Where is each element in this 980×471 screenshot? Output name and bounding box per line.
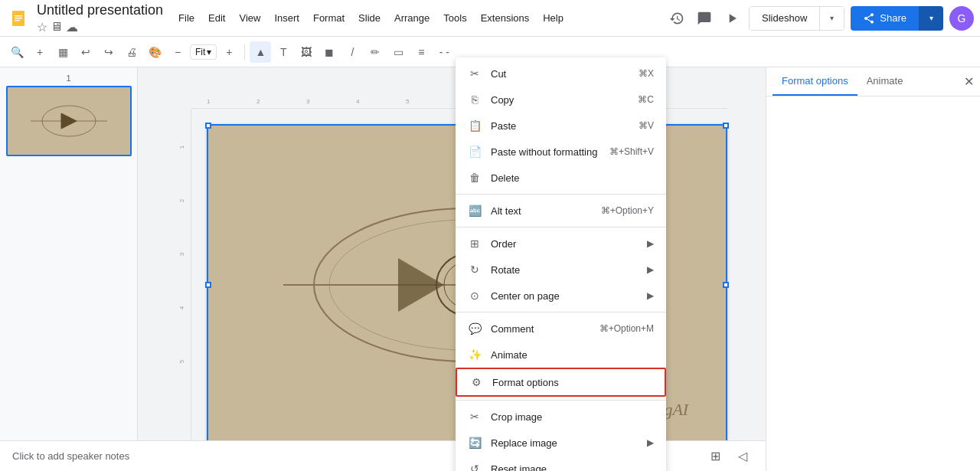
speaker-notes-placeholder[interactable]: Click to add speaker notes <box>12 450 129 462</box>
ctx-copy-shortcut: ⌘C <box>638 94 654 105</box>
border-weight-icon[interactable]: ≡ <box>410 41 432 63</box>
redo-icon[interactable]: ↪ <box>98 41 119 63</box>
ctx-cut[interactable]: ✂ Cut ⌘X <box>456 61 666 87</box>
canvas-area[interactable]: 1 2 3 4 5 6 7 8 9 1 2 3 4 5 <box>138 67 766 471</box>
menu-help[interactable]: Help <box>537 9 570 27</box>
ctx-replace-arrow: ▶ <box>647 437 654 448</box>
svg-text:4: 4 <box>356 98 360 105</box>
replace-icon: 🔄 <box>468 436 482 450</box>
grid-icon[interactable]: ▦ <box>52 41 74 63</box>
text-icon[interactable]: T <box>273 41 294 63</box>
panel-tabs: Format options Animate ✕ <box>766 67 980 96</box>
ctx-order[interactable]: ⊞ Order ▶ <box>456 231 666 257</box>
ctx-alt-text[interactable]: 🔤 Alt text ⌘+Option+Y <box>456 198 666 224</box>
menu-items: File Edit View Insert Format Slide Arran… <box>172 9 570 27</box>
undo-icon[interactable]: ↩ <box>75 41 96 63</box>
panel-close-button[interactable]: ✕ <box>964 67 974 96</box>
menu-slide[interactable]: Slide <box>352 9 387 27</box>
avatar[interactable]: G <box>949 6 974 31</box>
menu-view[interactable]: View <box>233 9 266 27</box>
ctx-alt-text-shortcut: ⌘+Option+Y <box>601 205 654 216</box>
slide-panel: 1 <box>0 67 138 471</box>
bottom-icons: ⊞ ◁ <box>704 446 753 467</box>
border-dash-icon[interactable]: - - <box>433 41 455 63</box>
border-icon[interactable]: ▭ <box>387 41 409 63</box>
menu-insert[interactable]: Insert <box>268 9 305 27</box>
menu-format[interactable]: Format <box>307 9 351 27</box>
menu-arrange[interactable]: Arrange <box>388 9 436 27</box>
slides-icon[interactable]: 🖥 <box>51 20 63 34</box>
title-icons: ☆ 🖥 ☁ <box>37 20 163 34</box>
menu-extensions[interactable]: Extensions <box>475 9 536 27</box>
svg-rect-3 <box>15 20 20 21</box>
slideshow-dropdown[interactable]: ▾ <box>819 7 844 30</box>
ctx-format-options-label: Format options <box>492 377 559 388</box>
grid-view-icon[interactable]: ⊞ <box>704 446 726 467</box>
share-dropdown[interactable]: ▾ <box>919 6 943 31</box>
delete-icon: 🗑 <box>468 171 482 185</box>
app-logo <box>6 6 31 31</box>
collapse-panel-icon[interactable]: ◁ <box>732 446 753 467</box>
share-label: Share <box>880 12 906 24</box>
ctx-animate[interactable]: ✨ Animate <box>456 342 666 368</box>
comment-ctx-icon: 💬 <box>468 322 482 335</box>
svg-text:5: 5 <box>406 98 410 105</box>
menu-tools[interactable]: Tools <box>437 9 472 27</box>
ctx-comment-shortcut: ⌘+Option+M <box>599 323 654 334</box>
ctx-center-arrow: ▶ <box>647 290 654 301</box>
ctx-comment[interactable]: 💬 Comment ⌘+Option+M <box>456 316 666 342</box>
add-slide-icon[interactable]: + <box>29 41 51 63</box>
history-icon[interactable] <box>666 8 688 29</box>
ctx-reset-label: Reset image <box>491 463 547 472</box>
ctx-delete[interactable]: 🗑 Delete <box>456 165 666 191</box>
ctx-replace-label: Replace image <box>491 437 557 449</box>
center-icon: ⊙ <box>468 289 482 303</box>
cloud-icon[interactable]: ☁ <box>66 20 78 34</box>
ctx-reset-image[interactable]: ↺ Reset image <box>456 456 666 471</box>
ctx-cut-label: Cut <box>491 68 506 80</box>
svg-rect-1 <box>15 15 22 17</box>
ctx-paste[interactable]: 📋 Paste ⌘V <box>456 113 666 139</box>
ctx-paste-shortcut: ⌘V <box>639 120 654 131</box>
ctx-divider-3 <box>456 312 666 312</box>
toolbar-right: Slideshow ▾ Share ▾ G <box>666 6 974 31</box>
menu-edit[interactable]: Edit <box>202 9 231 27</box>
image-icon[interactable]: 🖼 <box>296 41 317 63</box>
slideshow-main-button[interactable]: Slideshow <box>750 7 819 30</box>
ctx-crop-label: Crop image <box>491 411 542 423</box>
paint-format-icon[interactable]: 🎨 <box>144 41 165 63</box>
zoom-out-icon[interactable]: − <box>167 41 188 63</box>
tab-animate[interactable]: Animate <box>858 67 913 96</box>
doc-title[interactable]: Untitled presentation <box>37 2 163 18</box>
comment-icon[interactable] <box>694 8 715 29</box>
ctx-order-arrow: ▶ <box>647 238 654 249</box>
ctx-crop-image[interactable]: ✂ Crop image <box>456 404 666 430</box>
lines-icon[interactable]: / <box>341 41 363 63</box>
zoom-control[interactable]: Fit ▾ <box>190 44 217 60</box>
ctx-center[interactable]: ⊙ Center on page ▶ <box>456 283 666 309</box>
shapes-icon[interactable]: ◼ <box>318 41 340 63</box>
ctx-format-options[interactable]: ⚙ Format options <box>456 368 666 397</box>
line-color-icon[interactable]: ✏ <box>364 41 386 63</box>
svg-text:1: 1 <box>207 98 211 105</box>
ctx-rotate[interactable]: ↻ Rotate ▶ <box>456 257 666 283</box>
cursor-icon[interactable]: ▲ <box>250 41 271 63</box>
zoom-in-icon[interactable]: + <box>218 41 240 63</box>
tab-format-options[interactable]: Format options <box>773 67 858 96</box>
star-icon[interactable]: ☆ <box>37 20 47 34</box>
ctx-paste-no-format[interactable]: 📄 Paste without formatting ⌘+Shift+V <box>456 139 666 165</box>
search-icon[interactable]: 🔍 <box>6 41 28 63</box>
copy-icon: ⎘ <box>468 93 482 106</box>
ctx-replace-image[interactable]: 🔄 Replace image ▶ <box>456 430 666 456</box>
present-icon[interactable] <box>721 8 743 29</box>
zoom-dropdown-icon: ▾ <box>207 47 211 57</box>
ctx-copy[interactable]: ⎘ Copy ⌘C <box>456 87 666 113</box>
slide-thumbnail[interactable] <box>6 86 132 156</box>
ctx-order-label: Order <box>491 238 516 250</box>
format-options-icon: ⚙ <box>469 375 483 389</box>
share-button[interactable]: Share <box>851 6 919 31</box>
menu-file[interactable]: File <box>172 9 201 27</box>
slideshow-button[interactable]: Slideshow ▾ <box>749 6 844 31</box>
print-icon[interactable]: 🖨 <box>121 41 142 63</box>
svg-text:2: 2 <box>256 98 260 105</box>
